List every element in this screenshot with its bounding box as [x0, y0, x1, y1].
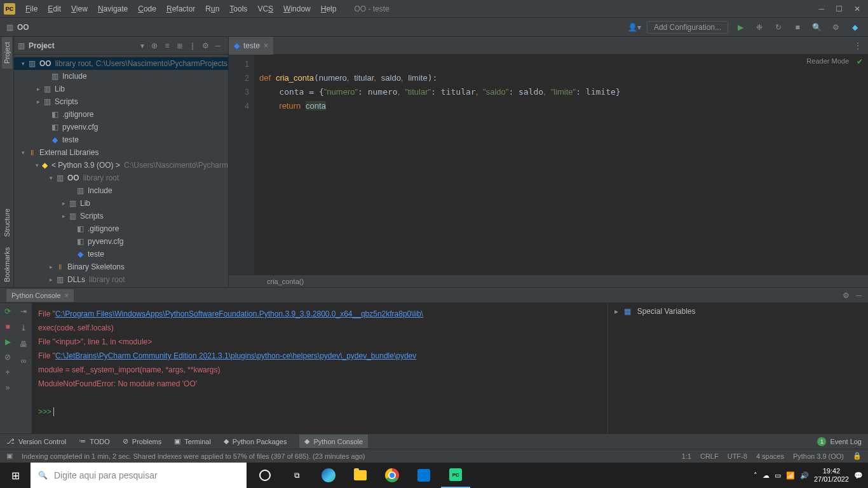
tree-node-teste[interactable]: ◆teste	[14, 133, 228, 146]
tree-node-teste2[interactable]: ◆teste	[14, 248, 228, 261]
execute-icon[interactable]: ▶	[2, 336, 13, 348]
tree-node-include2[interactable]: ▥Include	[14, 184, 228, 197]
debug-button[interactable]: ❉	[752, 20, 766, 34]
new-console-icon[interactable]: +	[2, 367, 13, 378]
console-output[interactable]: File "C:\Program Files\WindowsApps\Pytho…	[32, 303, 607, 433]
tab-problems[interactable]: ⊘Problems	[123, 437, 161, 445]
hide-panel-icon[interactable]: ─	[212, 41, 224, 50]
stop-icon[interactable]: ■	[2, 321, 13, 332]
console-settings-icon[interactable]: ⚙	[843, 291, 850, 300]
special-variables-label[interactable]: Special Variables	[637, 307, 696, 316]
collapse-icon[interactable]: ≣	[173, 41, 186, 50]
status-lock-icon[interactable]: 🔒	[853, 452, 862, 460]
menu-file[interactable]: File	[20, 0, 43, 18]
locate-icon[interactable]: ⊕	[148, 41, 161, 50]
expand-vars-icon[interactable]: ▸	[614, 307, 618, 316]
tree-oo-lib[interactable]: ▾▥OOlibrary root	[14, 172, 228, 184]
edge-icon[interactable]	[314, 463, 343, 488]
tree-binary-skeletons[interactable]: ▸⫴Binary Skeletons	[14, 261, 228, 273]
menu-run[interactable]: Run	[200, 0, 224, 18]
code-with-me-icon[interactable]: ◆	[848, 20, 862, 34]
minimize-button[interactable]: ─	[818, 4, 824, 13]
tree-node-scripts2[interactable]: ▸▥Scripts	[14, 210, 228, 222]
tree-external-libraries[interactable]: ▾⫴External Libraries	[14, 146, 228, 159]
breadcrumb-fn[interactable]: cria_conta()	[267, 278, 304, 285]
tree-node-scripts[interactable]: ▸▥Scripts	[14, 95, 228, 108]
tab-version-control[interactable]: ⎇Version Control	[6, 437, 66, 445]
code-area[interactable]: def cria_conta(numero, titular, saldo, l…	[254, 55, 868, 274]
close-button[interactable]: ✕	[854, 4, 860, 13]
menu-tools[interactable]: Tools	[224, 0, 252, 18]
menu-edit[interactable]: Edit	[43, 0, 66, 18]
tray-battery-icon[interactable]: ▭	[775, 471, 781, 480]
menu-navigate[interactable]: Navigate	[93, 0, 133, 18]
tray-notifications-icon[interactable]: 💬	[854, 471, 863, 480]
settings-icon[interactable]: ⚙	[829, 20, 843, 34]
tool-tab-bookmarks[interactable]: Bookmarks	[2, 242, 12, 287]
tool-tab-structure[interactable]: Structure	[2, 203, 12, 242]
status-encoding[interactable]: UTF-8	[728, 452, 747, 460]
tree-settings-icon[interactable]: ⚙	[199, 41, 212, 50]
status-tool-icon[interactable]: ▣	[6, 452, 13, 460]
editor-more-icon[interactable]: ⋮	[854, 41, 868, 50]
tray-chevron-icon[interactable]: ˄	[754, 471, 757, 480]
search-icon[interactable]: 🔍	[810, 20, 824, 34]
status-line-sep[interactable]: CRLF	[700, 452, 719, 460]
status-line-col[interactable]: 1:1	[682, 452, 691, 460]
tab-terminal[interactable]: ▣Terminal	[174, 437, 211, 445]
tool-tab-project[interactable]: Project	[2, 37, 12, 69]
menu-code[interactable]: Code	[133, 0, 161, 18]
breadcrumb-root[interactable]: OO	[17, 23, 29, 32]
more-icon[interactable]: »	[2, 382, 13, 393]
close-console-tab-icon[interactable]: ×	[65, 292, 69, 299]
status-indent[interactable]: 4 spaces	[756, 452, 784, 460]
tray-onedrive-icon[interactable]: ☁	[763, 471, 770, 480]
user-icon[interactable]: 👤▾	[628, 20, 642, 34]
tree-node-include[interactable]: ▥Include	[14, 70, 228, 83]
vscode-icon[interactable]	[409, 463, 438, 488]
scroll-end-icon[interactable]: ⤓	[18, 322, 29, 334]
tree-node-pyvenv[interactable]: ◧pyvenv.cfg	[14, 121, 228, 133]
soft-wrap-icon[interactable]: ⇥	[18, 306, 29, 317]
run-button[interactable]: ▶	[733, 20, 747, 34]
show-vars-icon[interactable]: ∞	[18, 355, 29, 367]
tab-python-packages[interactable]: ◆Python Packages	[224, 437, 287, 445]
tab-event-log[interactable]: Event Log	[830, 438, 862, 445]
explorer-icon[interactable]	[346, 463, 375, 488]
print-icon[interactable]: 🖶	[18, 339, 29, 350]
coverage-button[interactable]: ↻	[771, 20, 785, 34]
inspections-icon[interactable]: ✔	[857, 57, 863, 66]
tray-wifi-icon[interactable]: 📶	[786, 471, 795, 480]
menu-window[interactable]: Window	[278, 0, 316, 18]
taskbar-search[interactable]: 🔍 Digite aqui para pesquisar	[31, 463, 247, 488]
rerun-icon[interactable]: ⟳	[2, 306, 13, 317]
tree-root[interactable]: ▾▥ OO library root, C:\Users\Nascimento\…	[14, 57, 228, 70]
tree-node-gitignore2[interactable]: ◧.gitignore	[14, 222, 228, 235]
menu-view[interactable]: View	[66, 0, 93, 18]
tab-todo[interactable]: ≔TODO	[79, 437, 110, 445]
tree-python-env[interactable]: ▾◆< Python 3.9 (OO) >C:\Users\Nascimento…	[14, 159, 228, 172]
expand-icon[interactable]: ≡	[161, 41, 173, 50]
tree-node-lib[interactable]: ▸▥Lib	[14, 83, 228, 95]
tab-python-console[interactable]: ◆Python Console	[299, 435, 368, 448]
dropdown-icon[interactable]: ▾	[140, 41, 144, 50]
taskbar-clock[interactable]: 19:42 27/01/2022	[814, 467, 849, 484]
console-tab-python[interactable]: Python Console×	[6, 289, 74, 302]
tree-dlls[interactable]: ▸▥DLLslibrary root	[14, 273, 228, 286]
pycharm-taskbar-icon[interactable]: PC	[441, 463, 470, 488]
maximize-button[interactable]: ☐	[836, 4, 843, 13]
close-tab-icon[interactable]: ×	[264, 41, 268, 50]
stop-button[interactable]: ■	[790, 20, 804, 34]
chrome-icon[interactable]	[377, 463, 407, 488]
task-view-icon[interactable]: ⧉	[282, 463, 311, 488]
tray-volume-icon[interactable]: 🔊	[800, 471, 809, 480]
status-interpreter[interactable]: Python 3.9 (OO)	[793, 452, 844, 460]
start-button[interactable]: ⊞	[0, 463, 31, 488]
menu-vcs[interactable]: VCS	[252, 0, 278, 18]
menu-help[interactable]: Help	[316, 0, 342, 18]
editor-tab-teste[interactable]: ◆ teste ×	[229, 37, 273, 55]
attach-debugger-icon[interactable]: ⊘	[2, 351, 13, 363]
reader-mode-label[interactable]: Reader Mode	[806, 57, 849, 65]
tree-node-lib2[interactable]: ▸▥Lib	[14, 197, 228, 210]
cortana-icon[interactable]	[250, 463, 280, 488]
